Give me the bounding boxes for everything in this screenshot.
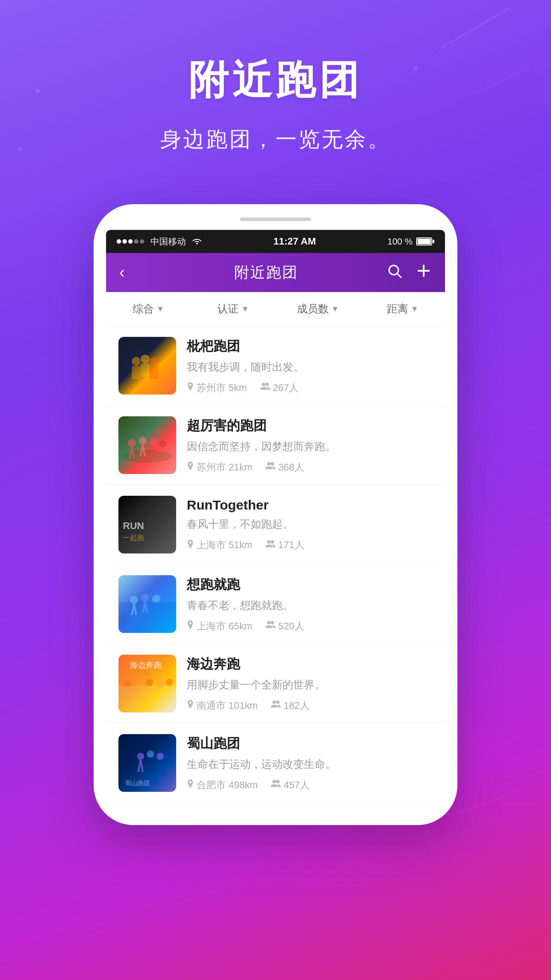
group-avatar — [118, 416, 176, 474]
signal-dot-4 — [134, 239, 138, 244]
group-info: 想跑就跑 青春不老，想跑就跑。 上海市 65km 520人 — [187, 576, 433, 633]
svg-text:海边奔跑: 海边奔跑 — [130, 661, 162, 670]
group-item[interactable]: 超厉害的跑团 因信念而坚持，因梦想而奔跑。 苏州市 21km 368人 — [106, 406, 445, 485]
filter-label: 综合 — [133, 302, 154, 316]
people-icon — [271, 700, 281, 711]
location-meta: 苏州市 21km — [187, 461, 252, 474]
group-info: RunTogether 春风十里，不如跑起。 上海市 51km 171人 — [187, 498, 433, 552]
svg-rect-7 — [132, 366, 141, 379]
svg-point-12 — [139, 437, 147, 445]
location-meta: 合肥市 498km — [187, 778, 258, 792]
city-text: 上海市 51km — [197, 538, 252, 552]
members-text: 267人 — [273, 381, 299, 395]
nav-title: 附近跑团 — [234, 262, 298, 283]
members-meta: 182人 — [271, 699, 310, 712]
signal-dot-3 — [128, 239, 133, 244]
svg-point-6 — [150, 357, 158, 366]
group-avatar: RUN 一起跑 — [118, 496, 176, 553]
wifi-icon — [192, 237, 202, 247]
group-meta: 苏州市 5km 267人 — [187, 381, 433, 395]
filter-arrow-icon: ▼ — [157, 304, 165, 314]
svg-point-23 — [130, 596, 138, 604]
groups-list: 枇杷跑团 我有我步调，随时出发。 苏州市 5km 267人 — [106, 326, 445, 803]
status-right: 100 % — [387, 237, 434, 247]
svg-line-1 — [398, 273, 401, 277]
filter-arrow-icon: ▼ — [331, 304, 339, 314]
location-meta: 苏州市 5km — [187, 381, 247, 395]
group-avatar: 海边奔跑 — [118, 655, 176, 712]
members-meta: 171人 — [266, 538, 304, 552]
group-desc: 生命在于运动，运动改变生命。 — [187, 757, 433, 771]
group-item[interactable]: 海边奔跑 海边奔跑 用脚步丈量一个全新的世界。 南通市 101km — [106, 644, 445, 723]
svg-text:RUN: RUN — [123, 520, 144, 531]
group-avatar: 蜀山跑团 — [118, 734, 176, 792]
signal-dots — [117, 239, 144, 244]
svg-point-32 — [135, 678, 142, 685]
group-item[interactable]: 枇杷跑团 我有我步调，随时出发。 苏州市 5km 267人 — [106, 326, 445, 406]
svg-text:蜀山跑团: 蜀山跑团 — [125, 779, 150, 786]
phone-screen: 中国移动 11:27 AM 100 % — [106, 230, 445, 803]
group-avatar — [118, 337, 176, 395]
svg-point-39 — [147, 751, 154, 758]
group-meta: 上海市 65km 520人 — [187, 620, 433, 633]
group-meta: 上海市 51km 171人 — [187, 538, 433, 552]
members-meta: 457人 — [271, 778, 310, 792]
group-info: 枇杷跑团 我有我步调，随时出发。 苏州市 5km 267人 — [187, 337, 433, 395]
group-desc: 春风十里，不如跑起。 — [187, 517, 433, 531]
svg-text:一起跑: 一起跑 — [123, 534, 144, 541]
svg-point-24 — [141, 593, 149, 601]
location-icon — [187, 700, 194, 711]
city-text: 苏州市 5km — [197, 381, 247, 395]
filter-tab-认证[interactable]: 认证▼ — [191, 292, 276, 326]
group-name: 海边奔跑 — [187, 655, 433, 673]
filter-tab-距离[interactable]: 距离▼ — [360, 292, 445, 326]
city-text: 苏州市 21km — [197, 461, 252, 474]
group-desc: 因信念而坚持，因梦想而奔跑。 — [187, 439, 433, 454]
filter-bar: 综合▼认证▼成员数▼距离▼ — [106, 292, 445, 326]
nav-back-button[interactable]: ‹ — [119, 263, 146, 282]
signal-dot-1 — [117, 239, 121, 244]
members-text: 171人 — [278, 538, 304, 552]
svg-point-34 — [157, 680, 164, 688]
nav-bar: ‹ 附近跑团 — [106, 253, 445, 292]
signal-dot-2 — [122, 239, 127, 244]
location-icon — [187, 620, 194, 632]
status-time: 11:27 AM — [273, 236, 316, 247]
location-icon — [187, 382, 194, 393]
group-item[interactable]: 想跑就跑 青春不老，想跑就跑。 上海市 65km 520人 — [106, 565, 445, 644]
members-text: 182人 — [283, 699, 310, 712]
group-item[interactable]: 蜀山跑团 蜀山跑团 生命在于运动，运动改变生命。 合肥市 498km — [106, 723, 445, 803]
people-icon — [266, 540, 276, 550]
group-meta: 南通市 101km 182人 — [187, 699, 433, 712]
filter-arrow-icon: ▼ — [241, 304, 249, 314]
group-name: 蜀山跑团 — [187, 735, 433, 753]
filter-tab-成员数[interactable]: 成员数▼ — [276, 292, 360, 326]
location-meta: 上海市 51km — [187, 538, 252, 552]
filter-label: 认证 — [217, 302, 239, 316]
svg-point-25 — [152, 595, 160, 603]
nav-add-button[interactable] — [416, 263, 432, 283]
svg-point-11 — [128, 439, 136, 447]
people-icon — [266, 621, 276, 631]
carrier-text: 中国移动 — [150, 236, 186, 248]
group-info: 蜀山跑团 生命在于运动，运动改变生命。 合肥市 498km 457人 — [187, 735, 433, 792]
group-desc: 青春不老，想跑就跑。 — [187, 598, 433, 612]
members-text: 368人 — [278, 461, 304, 474]
members-meta: 520人 — [266, 620, 304, 633]
svg-rect-9 — [150, 366, 158, 379]
sub-title: 身边跑团，一览无余。 — [0, 125, 551, 154]
phone-outer-shell: 中国移动 11:27 AM 100 % — [94, 204, 457, 825]
phone-mockup: 中国移动 11:27 AM 100 % — [94, 204, 457, 825]
members-text: 520人 — [278, 620, 304, 633]
nav-search-button[interactable] — [386, 263, 402, 283]
group-avatar — [118, 575, 176, 633]
filter-tab-综合[interactable]: 综合▼ — [106, 292, 191, 326]
svg-point-33 — [146, 679, 153, 686]
nav-right-actions — [386, 263, 432, 283]
group-item[interactable]: RUN 一起跑 RunTogether 春风十里，不如跑起。 上海市 51km — [106, 485, 445, 565]
filter-arrow-icon: ▼ — [411, 304, 419, 314]
battery-percent: 100 % — [387, 237, 413, 247]
members-meta: 267人 — [260, 381, 299, 395]
members-meta: 368人 — [266, 461, 304, 474]
group-name: RunTogether — [187, 498, 433, 513]
